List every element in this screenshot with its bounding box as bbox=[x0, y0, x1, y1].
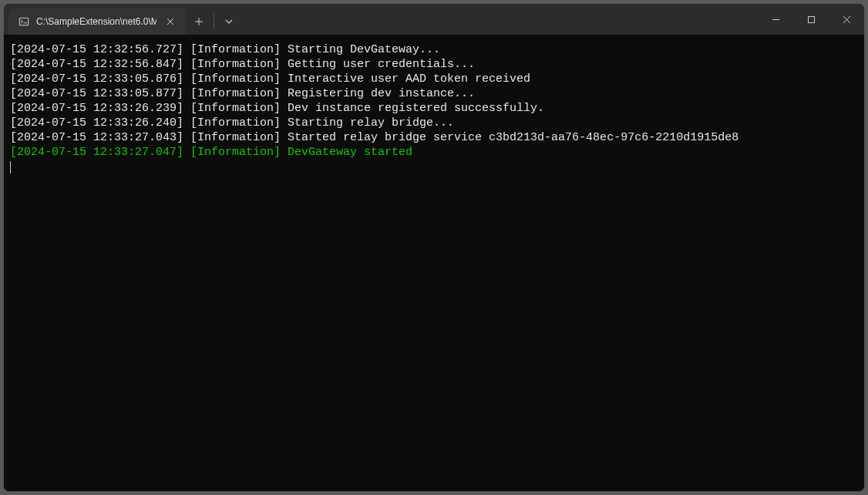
log-line: [2024-07-15 12:32:56.847] [Information] … bbox=[10, 57, 858, 72]
log-line: [2024-07-15 12:33:26.239] [Information] … bbox=[10, 101, 858, 116]
terminal-output[interactable]: [2024-07-15 12:32:56.727] [Information] … bbox=[4, 35, 864, 491]
log-line: [2024-07-15 12:33:27.043] [Information] … bbox=[10, 130, 858, 145]
new-tab-button[interactable] bbox=[186, 8, 212, 35]
log-line: [2024-07-15 12:32:56.727] [Information] … bbox=[10, 42, 858, 57]
log-line: [2024-07-15 12:33:05.876] [Information] … bbox=[10, 72, 858, 86]
minimize-button[interactable] bbox=[758, 4, 793, 35]
tab-title: C:\SampleExtension\net6.0\M bbox=[36, 16, 156, 27]
log-line: [2024-07-15 12:33:27.047] [Information] … bbox=[10, 145, 858, 160]
log-line: [2024-07-15 12:33:26.240] [Information] … bbox=[10, 116, 858, 130]
svg-rect-0 bbox=[19, 18, 28, 25]
tab-close-button[interactable] bbox=[163, 14, 178, 29]
titlebar[interactable]: C:\SampleExtension\net6.0\M bbox=[4, 4, 864, 35]
cursor-line bbox=[10, 160, 858, 174]
titlebar-drag-area[interactable] bbox=[242, 4, 758, 35]
window-controls bbox=[758, 4, 864, 35]
text-cursor bbox=[10, 161, 11, 173]
log-line: [2024-07-15 12:33:05.877] [Information] … bbox=[10, 86, 858, 101]
close-button[interactable] bbox=[829, 4, 864, 35]
terminal-window: C:\SampleExtension\net6.0\M bbox=[3, 3, 865, 492]
divider bbox=[214, 14, 214, 29]
svg-rect-1 bbox=[808, 16, 814, 22]
tab-actions bbox=[186, 8, 242, 35]
tab-dropdown-button[interactable] bbox=[216, 8, 242, 35]
maximize-button[interactable] bbox=[793, 4, 829, 35]
terminal-icon bbox=[18, 15, 30, 28]
tab-active[interactable]: C:\SampleExtension\net6.0\M bbox=[8, 8, 186, 35]
